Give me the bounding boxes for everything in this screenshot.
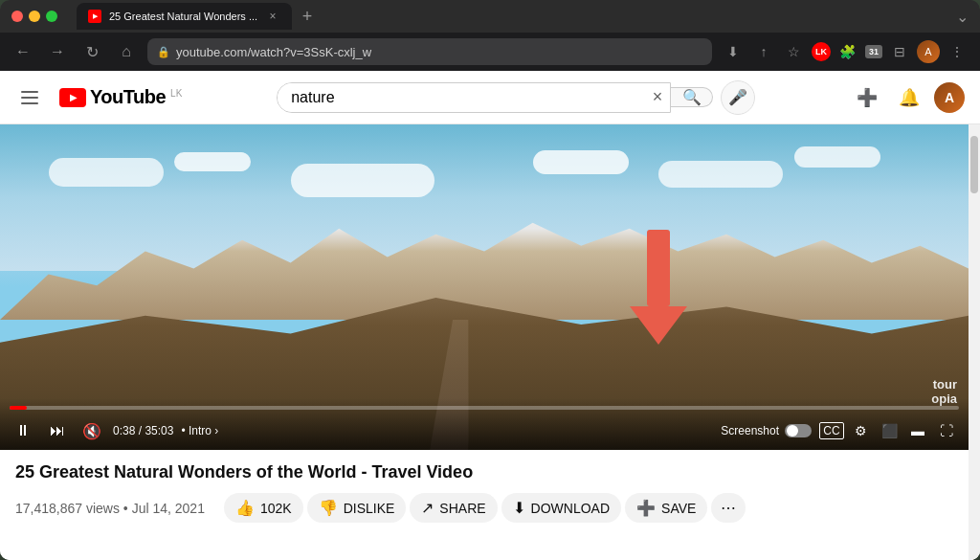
address-bar[interactable]: 🔒 youtube.com/watch?v=3SsK-cxlj_w: [147, 38, 712, 65]
theater-button[interactable]: ▬: [905, 418, 930, 443]
share-page-button[interactable]: ↑: [750, 38, 777, 65]
search-clear-button[interactable]: ×: [645, 83, 671, 112]
home-icon: ⌂: [122, 43, 131, 60]
forward-button[interactable]: →: [44, 38, 71, 65]
new-tab-button[interactable]: +: [296, 5, 319, 28]
toolbar: ← → ↻ ⌂ 🔒 youtube.com/watch?v=3SsK-cxlj_…: [0, 33, 980, 71]
search-button[interactable]: 🔍: [671, 87, 713, 107]
miniplayer-button[interactable]: ⬛: [877, 418, 902, 443]
watermark-line1: tour: [931, 377, 957, 392]
thumbs-down-icon: 👎: [319, 499, 338, 517]
tab-close-icon[interactable]: ×: [265, 9, 280, 24]
voice-search-button[interactable]: 🎤: [721, 80, 755, 115]
mute-button[interactable]: 🔇: [78, 417, 105, 444]
download-button[interactable]: ⬇ DOWNLOAD: [501, 493, 621, 523]
arrow-annotation: [630, 230, 687, 345]
lock-icon: 🔒: [157, 46, 170, 58]
cloud: [533, 150, 629, 174]
video-player[interactable]: tour opia: [0, 124, 969, 450]
tab-bar: 25 Greatest Natural Wonders ... × +: [77, 3, 948, 30]
cloud: [291, 164, 434, 197]
gear-icon: ⚙: [855, 423, 867, 438]
time-display: 0:38 / 35:03: [113, 424, 173, 437]
total-time: 35:03: [145, 424, 173, 437]
hamburger-line: [21, 102, 38, 104]
scrollbar[interactable]: [969, 124, 980, 560]
maximize-button[interactable]: [46, 11, 57, 22]
user-avatar-button[interactable]: A: [934, 82, 965, 113]
browser-window: 25 Greatest Natural Wonders ... × + ⌄ ← …: [0, 0, 980, 560]
settings-button[interactable]: ⚙: [848, 418, 873, 443]
miniplayer-icon: ⬛: [881, 423, 898, 438]
user-badge[interactable]: LK: [812, 42, 831, 61]
browser-more-button[interactable]: ⋮: [944, 38, 970, 65]
download-page-button[interactable]: ⬇: [720, 38, 746, 65]
video-area: tour opia: [0, 124, 969, 560]
more-actions-button[interactable]: ⋯: [711, 493, 746, 523]
cloud: [49, 158, 164, 187]
chapter-label: • Intro ›: [181, 424, 218, 437]
tab-grid-button[interactable]: ⊟: [886, 38, 913, 65]
youtube-logo-icon: [59, 88, 86, 107]
cloud: [794, 146, 880, 168]
youtube-logo[interactable]: YouTube LK: [59, 86, 182, 108]
microphone-icon: 🎤: [728, 88, 747, 106]
share-button[interactable]: ↗ SHARE: [410, 493, 497, 523]
current-time: 0:38: [113, 424, 135, 437]
cloud: [174, 152, 251, 171]
active-tab[interactable]: 25 Greatest Natural Wonders ... ×: [77, 3, 292, 30]
dislike-label: DISLIKE: [344, 501, 395, 516]
hamburger-menu-button[interactable]: [15, 85, 44, 110]
extensions-button[interactable]: 🧩: [835, 38, 861, 65]
search-input[interactable]: [278, 83, 644, 112]
profile-avatar-button[interactable]: A: [917, 40, 940, 63]
page-content: YouTube LK × 🔍 🎤 ➕ �: [0, 71, 980, 560]
cc-icon: CC: [819, 422, 843, 439]
home-button[interactable]: ⌂: [113, 38, 140, 65]
subtitles-button[interactable]: CC: [819, 418, 844, 443]
save-button[interactable]: ➕ SAVE: [625, 493, 707, 523]
play-pause-button[interactable]: ⏸: [10, 417, 36, 444]
search-icon: 🔍: [682, 88, 702, 106]
next-button[interactable]: ⏭: [44, 417, 71, 444]
like-button[interactable]: 👍 102K: [224, 493, 303, 523]
volume-icon: 🔇: [82, 422, 101, 440]
theater-icon: ▬: [911, 423, 924, 438]
youtube-country-badge: LK: [170, 88, 182, 99]
notifications-button[interactable]: 🔔: [892, 80, 926, 115]
download-icon: ⬇: [513, 499, 525, 517]
url-text: youtube.com/watch?v=3SsK-cxlj_w: [176, 45, 371, 59]
right-controls: CC ⚙ ⬛ ▬: [819, 418, 959, 443]
share-label: SHARE: [439, 501, 485, 516]
refresh-button[interactable]: ↻: [78, 38, 105, 65]
video-meta-row: 17,418,867 views • Jul 14, 2021 👍 102K 👎: [15, 493, 953, 523]
scrollbar-thumb[interactable]: [970, 136, 978, 193]
video-title: 25 Greatest Natural Wonders of the World…: [15, 461, 953, 483]
arrow-shaft: [647, 230, 670, 306]
toolbar-actions: ⬇ ↑ ☆ LK 🧩 31 ⊟ A ⋮: [720, 38, 970, 65]
minimize-button[interactable]: [29, 11, 40, 22]
traffic-lights: [11, 11, 57, 22]
puzzle-icon: 🧩: [839, 44, 856, 59]
screenshot-control: Screenshot: [721, 424, 812, 437]
save-icon: ➕: [636, 499, 656, 517]
thumbs-up-icon: 👍: [235, 499, 255, 517]
main-area: tour opia: [0, 124, 980, 560]
forward-icon: →: [50, 43, 65, 60]
dislike-button[interactable]: 👎 DISLIKE: [307, 493, 407, 523]
tab-title: 25 Greatest Natural Wonders ...: [109, 11, 257, 22]
screenshot-toggle[interactable]: [785, 424, 812, 437]
video-info: 25 Greatest Natural Wonders of the World…: [0, 450, 969, 530]
create-button[interactable]: ➕: [850, 80, 884, 115]
fullscreen-button[interactable]: ⛶: [934, 418, 959, 443]
progress-bar[interactable]: [10, 406, 959, 410]
back-icon: ←: [15, 43, 31, 60]
close-button[interactable]: [11, 11, 23, 22]
bookmark-button[interactable]: ☆: [781, 38, 808, 65]
search-container: × 🔍 🎤: [277, 80, 755, 115]
refresh-icon: ↻: [86, 43, 99, 61]
action-buttons: 👍 102K 👎 DISLIKE ↗ SHARE: [224, 493, 746, 523]
view-count: 17,418,867 views • Jul 14, 2021: [15, 501, 205, 516]
back-button[interactable]: ←: [10, 38, 36, 65]
extension-count-badge: 31: [865, 45, 882, 58]
